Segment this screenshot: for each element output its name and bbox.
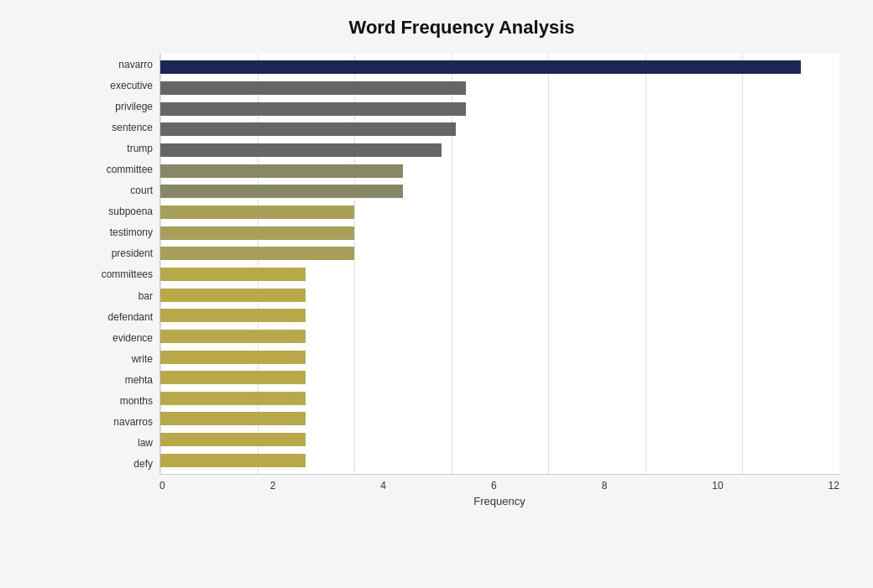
- bar: [160, 185, 403, 198]
- bar: [160, 60, 801, 74]
- bar: [160, 330, 306, 343]
- y-label: committees: [84, 264, 153, 285]
- bar: [160, 206, 354, 219]
- x-tick-label: 12: [829, 480, 839, 492]
- bar-row: [160, 388, 839, 409]
- bar-row: [160, 160, 839, 181]
- y-label: defy: [84, 454, 153, 475]
- y-label: subpoena: [84, 201, 153, 222]
- bar: [160, 392, 306, 405]
- y-label: executive: [84, 75, 153, 96]
- x-tick-label: 8: [602, 480, 608, 492]
- chart-container: Word Frequency Analysis navarroexecutive…: [0, 0, 873, 588]
- bar-row: [160, 264, 839, 285]
- bar: [160, 226, 354, 240]
- x-tick-label: 2: [270, 480, 276, 492]
- y-label: navarros: [84, 412, 153, 433]
- bar-row: [160, 284, 839, 305]
- y-labels: navarroexecutiveprivilegesentencetrumpco…: [84, 54, 159, 475]
- chart-area: navarroexecutiveprivilegesentencetrumpco…: [84, 54, 839, 507]
- y-label: defendant: [84, 306, 153, 327]
- chart-title: Word Frequency Analysis: [84, 17, 839, 39]
- x-labels: 024681012: [159, 480, 839, 492]
- bar: [160, 122, 456, 136]
- y-label: write: [84, 348, 153, 369]
- bars-wrapper: [160, 54, 839, 474]
- bar-row: [160, 57, 839, 78]
- bar: [160, 268, 306, 281]
- bar-row: [160, 326, 839, 347]
- bars-section: navarroexecutiveprivilegesentencetrumpco…: [84, 54, 839, 475]
- y-label: privilege: [84, 96, 153, 117]
- x-axis: 024681012: [84, 480, 839, 492]
- bar-row: [160, 98, 839, 119]
- bar: [160, 351, 306, 364]
- y-label: mehta: [84, 369, 153, 390]
- y-label: law: [84, 433, 153, 454]
- bar-row: [160, 367, 839, 388]
- bar-row: [160, 408, 839, 429]
- bar: [160, 289, 306, 302]
- bar-row: [160, 429, 839, 450]
- bar-row: [160, 243, 839, 264]
- bar-row: [160, 140, 839, 161]
- x-tick-label: 10: [712, 480, 723, 492]
- x-tick-label: 4: [380, 480, 386, 492]
- y-label: president: [84, 243, 153, 264]
- bar: [160, 81, 466, 95]
- y-label: evidence: [84, 327, 153, 348]
- y-label: navarro: [84, 54, 153, 75]
- bar-row: [160, 78, 839, 99]
- bar-row: [160, 305, 839, 326]
- bar: [160, 164, 403, 178]
- x-tick-label: 6: [491, 480, 497, 492]
- bar-row: [160, 202, 839, 223]
- bar: [160, 247, 354, 260]
- y-label: testimony: [84, 222, 153, 243]
- bar: [160, 143, 442, 157]
- bar: [160, 454, 306, 467]
- y-label: trump: [84, 138, 153, 159]
- y-label: months: [84, 391, 153, 412]
- bar: [160, 309, 306, 322]
- bar-row: [160, 181, 839, 202]
- bar-row: [160, 346, 839, 367]
- bars-and-grid: [159, 54, 839, 475]
- bar-row: [160, 119, 839, 140]
- y-label: committee: [84, 159, 153, 180]
- bar: [160, 433, 306, 446]
- bar: [160, 102, 466, 116]
- bar: [160, 371, 306, 384]
- y-label: court: [84, 180, 153, 201]
- bar-row: [160, 450, 839, 471]
- x-tick-label: 0: [159, 480, 165, 492]
- y-label: bar: [84, 285, 153, 306]
- y-label: sentence: [84, 117, 153, 138]
- x-axis-title: Frequency: [84, 495, 839, 507]
- bar-row: [160, 222, 839, 243]
- bar: [160, 412, 306, 425]
